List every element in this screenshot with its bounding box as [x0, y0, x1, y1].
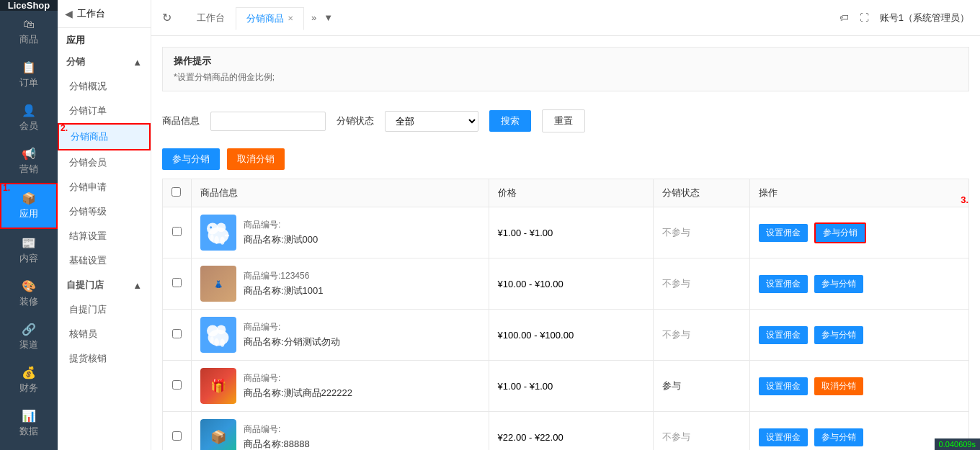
- annotation-1: 1.: [3, 183, 10, 193]
- sidebar-item-apply[interactable]: 分销申请: [58, 175, 151, 199]
- set-commission-button[interactable]: 设置佣金: [759, 275, 808, 293]
- join-button-row5[interactable]: 参与分销: [814, 428, 863, 446]
- sidebar-item-members[interactable]: 👤 会员: [0, 96, 58, 140]
- product-info-cell: 📦 商品编号: 商品名称:88888: [192, 412, 489, 451]
- sidebar-item-decorate[interactable]: 🎨 装修: [0, 272, 58, 315]
- sidebar-item-content[interactable]: 📰 内容: [0, 229, 58, 272]
- set-commission-button[interactable]: 设置佣金: [759, 224, 808, 242]
- svg-point-10: [217, 325, 226, 334]
- apps-icon: 📦: [22, 192, 36, 205]
- sidebar-item-pickup[interactable]: 提货核销: [58, 346, 151, 371]
- sidebar-item-marketing[interactable]: 📢 营销: [0, 140, 58, 183]
- performance-badge: 0.040609s: [935, 438, 980, 450]
- product-info-cell: 🎁 商品编号: 商品名称:测试商品222222: [192, 361, 489, 412]
- user-label[interactable]: 账号1（系统管理员）: [880, 12, 969, 24]
- product-info: 👗 商品编号:123456 商品名称:测试1001: [200, 266, 480, 302]
- svg-point-5: [210, 234, 214, 241]
- join-button-row3[interactable]: 参与分销: [814, 326, 863, 344]
- row-checkbox[interactable]: [172, 227, 182, 236]
- sidebar-item-finance[interactable]: 💰 财务: [0, 359, 58, 402]
- collapse-button[interactable]: ◀: [65, 8, 73, 19]
- action-cell: 3. 设置佣金 参与分销: [750, 207, 969, 258]
- sidebar-item-orders[interactable]: 分销订单: [58, 99, 151, 123]
- join-button-row2[interactable]: 参与分销: [814, 275, 863, 293]
- content-inner: 操作提示 *设置分销商品的佣金比例; 商品信息 分销状态 全部 参与 不参与 搜…: [151, 36, 980, 450]
- refresh-icon[interactable]: ↻: [162, 11, 172, 24]
- menu-item-label: 分销会员: [69, 156, 107, 169]
- tab-close-icon[interactable]: ✕: [288, 14, 293, 22]
- chevron-up-icon: ▲: [133, 280, 142, 291]
- menu-item-label: 分销订单: [69, 104, 107, 117]
- sidebar-item-orders[interactable]: 📋 订单: [0, 53, 58, 96]
- tag-icon[interactable]: 🏷: [839, 12, 849, 23]
- sidebar-item-settlement[interactable]: 结算设置: [58, 224, 151, 248]
- product-id: 商品编号:: [244, 321, 340, 333]
- product-name: 商品名称:测试000: [244, 233, 318, 246]
- menu-item-label: 核销员: [69, 328, 97, 341]
- table-row: 商品编号: 商品名称:分销测试勿动 ¥100.00 - ¥100.00 不参与 …: [163, 310, 969, 361]
- arrow-down-icon[interactable]: ▼: [324, 12, 333, 23]
- product-name: 商品名称:测试1001: [244, 284, 324, 297]
- status-select[interactable]: 全部 参与 不参与: [385, 111, 478, 132]
- join-distribution-button[interactable]: 参与分销: [162, 148, 220, 170]
- action-bar: 参与分销 取消分销: [162, 148, 969, 170]
- row-checkbox[interactable]: [172, 431, 182, 441]
- product-id: 商品编号:: [244, 219, 318, 231]
- status-cell: 不参与: [653, 258, 750, 310]
- row-checkbox[interactable]: [172, 380, 182, 390]
- status-cell: 不参与: [653, 207, 750, 258]
- th-action: 操作: [750, 179, 969, 207]
- sidebar-item-apps[interactable]: 1. 📦 应用: [0, 183, 58, 229]
- row-checkbox[interactable]: [172, 329, 182, 338]
- sidebar-item-members[interactable]: 分销会员: [58, 150, 151, 175]
- status-badge: 不参与: [662, 431, 690, 442]
- product-search-input[interactable]: [210, 112, 326, 131]
- more-tabs-icon[interactable]: »: [311, 12, 316, 23]
- sidebar-item-label: 内容: [19, 252, 38, 265]
- product-info: 商品编号: 商品名称:分销测试勿动: [200, 317, 480, 353]
- product-thumbnail: [200, 317, 236, 353]
- top-bar-left: ↻ 工作台 分销商品 ✕ » ▼: [162, 6, 333, 30]
- svg-point-7: [210, 226, 212, 228]
- group-fensxiao[interactable]: 分销 ▲: [58, 50, 151, 74]
- product-text: 商品编号: 商品名称:分销测试勿动: [244, 321, 340, 348]
- sidebar-item-verifier[interactable]: 核销员: [58, 322, 151, 346]
- sidebar-item-goods[interactable]: 🛍 商品: [0, 11, 58, 53]
- set-commission-button[interactable]: 设置佣金: [759, 326, 808, 344]
- product-id: 商品编号:123456: [244, 270, 324, 282]
- sidebar-item-label: 应用: [19, 207, 38, 220]
- set-commission-button[interactable]: 设置佣金: [759, 428, 808, 446]
- group-self-pickup[interactable]: 自提门店 ▲: [58, 273, 151, 297]
- annotation-3: 3.: [961, 194, 968, 205]
- main-content: ↻ 工作台 分销商品 ✕ » ▼ 🏷 ⛶ 账号1（系统管理员） 操作提示: [151, 0, 980, 450]
- tab-distribution-products[interactable]: 分销商品 ✕: [236, 7, 304, 30]
- row-checkbox[interactable]: [172, 278, 182, 287]
- status-cell: 不参与: [653, 412, 750, 451]
- elephant-icon: [204, 218, 233, 247]
- reset-button[interactable]: 重置: [542, 109, 585, 132]
- set-commission-button[interactable]: 设置佣金: [759, 377, 808, 395]
- sidebar-item-basic-settings[interactable]: 基础设置: [58, 248, 151, 273]
- top-bar: ↻ 工作台 分销商品 ✕ » ▼ 🏷 ⛶ 账号1（系统管理员）: [151, 0, 980, 36]
- status-cell: 不参与: [653, 310, 750, 361]
- logo: LiceShop: [0, 0, 58, 11]
- row-checkbox-cell: [163, 412, 192, 451]
- sidebar-item-products[interactable]: 2. 分销商品: [58, 123, 151, 150]
- tab-workspace[interactable]: 工作台: [186, 6, 236, 30]
- sidebar-item-overview[interactable]: 分销概况: [58, 74, 151, 99]
- sidebar-item-store[interactable]: 自提门店: [58, 297, 151, 322]
- select-all-checkbox[interactable]: [172, 187, 181, 197]
- sidebar-item-data[interactable]: 📊 数据: [0, 402, 58, 445]
- price-cell: ¥22.00 - ¥22.00: [489, 412, 653, 451]
- search-button[interactable]: 搜索: [489, 110, 531, 132]
- tab-label: 分销商品: [246, 12, 284, 25]
- svg-point-4: [220, 237, 224, 245]
- sidebar-item-level[interactable]: 分销等级: [58, 199, 151, 224]
- sidebar-item-channel[interactable]: 🔗 渠道: [0, 315, 58, 359]
- product-info-cell: 商品编号: 商品名称:分销测试勿动: [192, 310, 489, 361]
- join-button-row1[interactable]: 参与分销: [814, 222, 866, 243]
- fullscreen-icon[interactable]: ⛶: [860, 12, 869, 23]
- cancel-distribution-button[interactable]: 取消分销: [227, 148, 285, 170]
- sidebar-item-settings[interactable]: ⚙ 设置: [0, 445, 58, 450]
- cancel-button-row4[interactable]: 取消分销: [814, 377, 863, 395]
